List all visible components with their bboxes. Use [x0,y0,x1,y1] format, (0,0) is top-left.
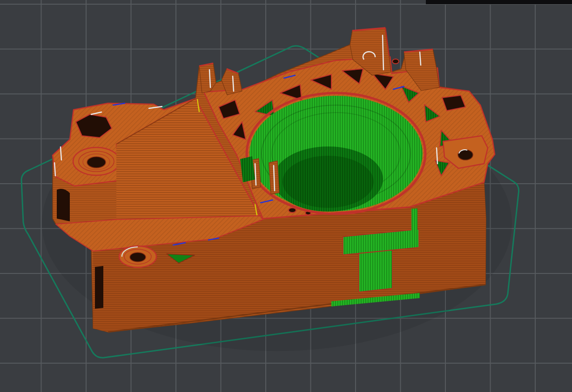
front-cylinder-boss [119,246,156,267]
rear-cylinder-boss [73,147,120,175]
sliced-model[interactable] [53,28,495,332]
left-arch-opening [57,189,70,221]
front-wall-slot [95,266,103,309]
build-plate-scene[interactable] [0,0,572,392]
circular-opening [247,93,425,214]
slicer-3d-viewport[interactable] [0,0,572,392]
